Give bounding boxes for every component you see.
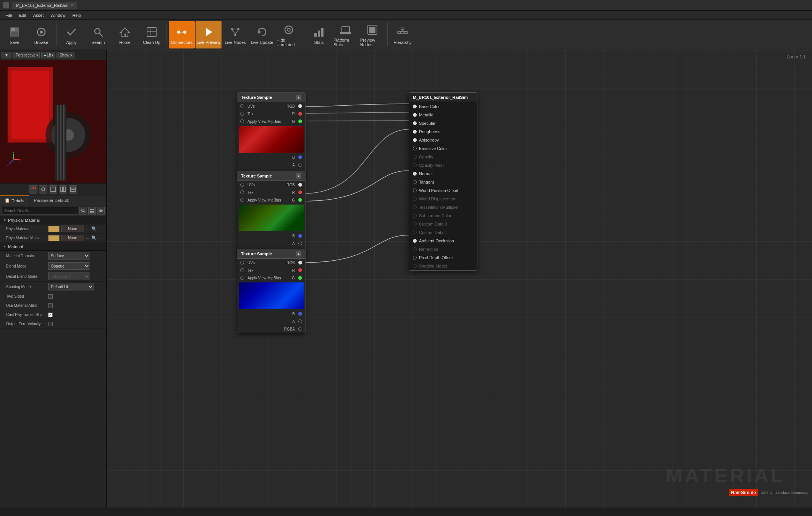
viewport-ctrl-2[interactable]	[39, 185, 47, 194]
toolbar-browse-btn[interactable]: Browse	[28, 21, 54, 48]
shading-model-select[interactable]: Default Lit Unlit Subsurface	[48, 283, 94, 290]
menu-window[interactable]: Window	[47, 12, 68, 18]
svg-point-12	[183, 31, 186, 34]
material-section-header[interactable]: ▼ Material	[0, 243, 106, 251]
node-2-uvs-label: UVs	[240, 183, 255, 187]
node-2-title: Texture Sample	[241, 174, 272, 178]
toolbar-hierarchy-btn[interactable]: Hierarchy	[390, 21, 416, 48]
menu-help[interactable]: Help	[69, 12, 84, 18]
node-3-g-right: G	[292, 276, 302, 280]
details-search-icon-btn[interactable]	[79, 207, 87, 214]
mat-opacity-label: Opacity	[419, 155, 433, 159]
node-3-a-pin	[298, 319, 302, 323]
physical-material-section-header[interactable]: ▼ Physical Material	[0, 216, 106, 224]
toolbar-save-btn[interactable]: Save	[2, 21, 27, 48]
viewport-perspective-dropdown[interactable]: Perspective ▾	[13, 52, 40, 58]
material-node-header: M_BR101_Exterior_RailSim	[409, 93, 477, 102]
svg-point-56	[42, 188, 45, 191]
material-output-node: M_BR101_Exterior_RailSim Base Color Meta…	[409, 92, 477, 271]
toolbar-previewnodes-btn[interactable]: Preview Nodes	[359, 21, 385, 48]
material-domain-value: Surface Deferred Decal Light Function	[48, 252, 103, 260]
output-zero-velocity-checkbox[interactable]	[48, 322, 53, 326]
viewport-ctrl-4[interactable]	[59, 185, 67, 194]
left-panel: ▼ Perspective ▾ ● Lit ▾ Show ▾	[0, 50, 107, 508]
phys-material-arrow-btn[interactable]: ←	[86, 227, 90, 231]
svg-point-4	[40, 31, 43, 34]
browse-icon	[34, 25, 48, 39]
toolbar-stats-btn[interactable]: Stats	[306, 21, 332, 48]
node-2-g-pin	[298, 198, 302, 202]
node-2-b-pin	[298, 234, 302, 238]
node-2-header: Texture Sample ▲	[237, 171, 305, 181]
perspective-label: Perspective	[16, 53, 36, 57]
node-editor[interactable]: Zoom 1:1 Texture Sample ▲	[107, 50, 812, 508]
toolbar-connectors-btn[interactable]: Connectors	[169, 21, 195, 48]
viewport-axis: X Y Z	[6, 152, 21, 168]
cleanup-label: Clean Up	[143, 40, 160, 45]
decal-blend-mode-select[interactable]: Translucent	[48, 273, 90, 280]
mat-specular-pin	[413, 121, 417, 125]
details-eye-icon-btn[interactable]	[97, 207, 105, 214]
details-grid-icon-btn[interactable]	[88, 207, 96, 214]
phys-material-mask-search-btn[interactable]: 🔍	[91, 235, 97, 240]
viewport-toolbar: ▼ Perspective ▾ ● Lit ▾ Show ▾	[0, 50, 106, 60]
tab-details[interactable]: 📋 Details	[0, 195, 29, 205]
phys-material-mask-arrow-btn[interactable]: ←	[86, 236, 90, 240]
mat-ao-pin	[413, 239, 417, 243]
mat-custom0-row: Custom Data 0	[409, 220, 477, 228]
mat-emissive-label: Emissive Color	[419, 146, 447, 151]
toolbar-livenodes-btn[interactable]: Live Nodes	[222, 21, 248, 48]
svg-rect-47	[63, 105, 65, 181]
phys-material-search-btn[interactable]: 🔍	[91, 226, 97, 231]
toolbar-platformstats-btn[interactable]: Platform Stats	[333, 21, 359, 48]
mat-normal-row: Normal	[409, 169, 477, 178]
document-tab[interactable]: M_BR101_Exterior_RailSim ×	[12, 2, 77, 9]
toolbar-hideunrelated-btn[interactable]: Hide Unrelated	[276, 21, 302, 48]
svg-rect-2	[11, 32, 18, 37]
menu-asset[interactable]: Asset	[30, 12, 47, 18]
node-2-r-pin	[298, 190, 302, 194]
toolbar-home-btn[interactable]: Home	[112, 21, 138, 48]
mat-emissive-pin	[413, 147, 417, 150]
details-search-input[interactable]	[2, 207, 78, 214]
material-domain-select[interactable]: Surface Deferred Decal Light Function	[48, 252, 90, 260]
viewport-ctrl-1[interactable]	[29, 185, 37, 194]
menu-edit[interactable]: Edit	[16, 12, 29, 18]
toolbar-apply-btn[interactable]: Apply	[58, 21, 84, 48]
node-3-collapse-btn[interactable]: ▲	[296, 251, 301, 256]
toolbar-cleanup-btn[interactable]: Clean Up	[139, 21, 165, 48]
node-1-tex-label: Tex	[240, 112, 254, 116]
cast-ray-traced-checkbox[interactable]	[48, 313, 53, 317]
node-2-collapse-btn[interactable]: ▲	[296, 173, 301, 179]
viewport-ctrl-5[interactable]	[69, 185, 77, 194]
tab-paramdefault[interactable]: Parameter Default:	[29, 195, 74, 205]
toolbar-search-btn[interactable]: Search	[85, 21, 111, 48]
blend-mode-select[interactable]: Opaque Masked Translucent	[48, 262, 90, 270]
shading-model-value: Default Lit Unlit Subsurface	[48, 283, 103, 290]
tab-close-btn[interactable]: ×	[71, 3, 73, 7]
viewport-show-btn[interactable]: Show ▾	[57, 52, 75, 58]
toolbar-liveupdate-btn[interactable]: Live Update	[249, 21, 275, 48]
menu-file[interactable]: File	[2, 12, 15, 18]
node-3-tex-row: Tex R	[237, 266, 305, 274]
node-1-collapse-btn[interactable]: ▲	[296, 95, 301, 100]
node-3-a-row: A	[237, 318, 305, 325]
node-3-rgba-pin	[298, 327, 302, 331]
node-3-header: Texture Sample ▲	[237, 249, 305, 259]
viewport-lit-dropdown[interactable]: ● Lit ▾	[41, 52, 55, 58]
lit-label: Lit	[47, 53, 51, 57]
svg-marker-21	[258, 30, 261, 34]
mat-world-disp-row: World Displacement	[409, 195, 477, 203]
apply-label: Apply	[66, 40, 77, 45]
viewport-ctrl-3[interactable]	[49, 185, 57, 194]
mat-ao-row: Ambient Occlusion	[409, 237, 477, 245]
svg-rect-35	[404, 31, 408, 34]
node-1-rgb-pin	[298, 104, 302, 108]
use-material-attrib-checkbox[interactable]	[48, 303, 53, 308]
mat-anisotropy-row: Anisotropy	[409, 136, 477, 144]
toolbar-livepreview-btn[interactable]: Live Preview	[196, 21, 222, 48]
viewport-arrow-btn[interactable]: ▼	[2, 52, 11, 58]
node-3-a-right: A	[292, 319, 302, 324]
two-sided-checkbox[interactable]	[48, 294, 53, 299]
node-2-mipbias-label: Apply View MipBias	[240, 198, 281, 202]
